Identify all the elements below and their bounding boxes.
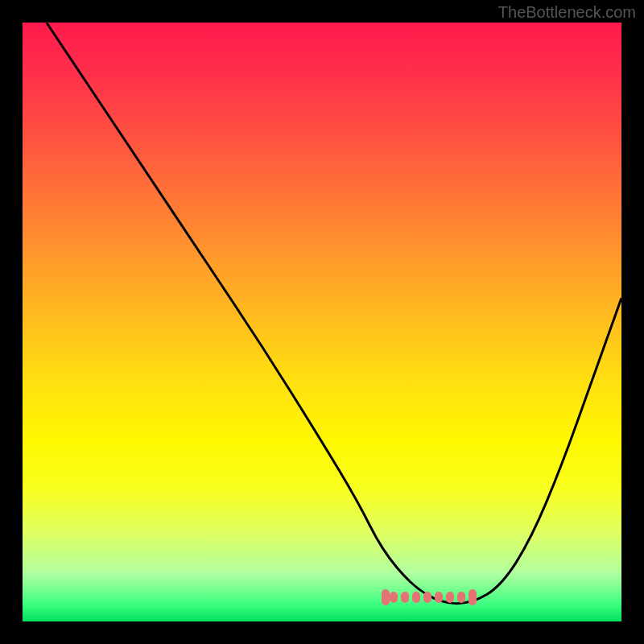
optimal-range-marker bbox=[382, 589, 502, 599]
watermark-text: TheBottleneck.com bbox=[498, 3, 636, 22]
bottleneck-curve bbox=[23, 23, 621, 621]
chart-plot-area bbox=[23, 23, 621, 621]
